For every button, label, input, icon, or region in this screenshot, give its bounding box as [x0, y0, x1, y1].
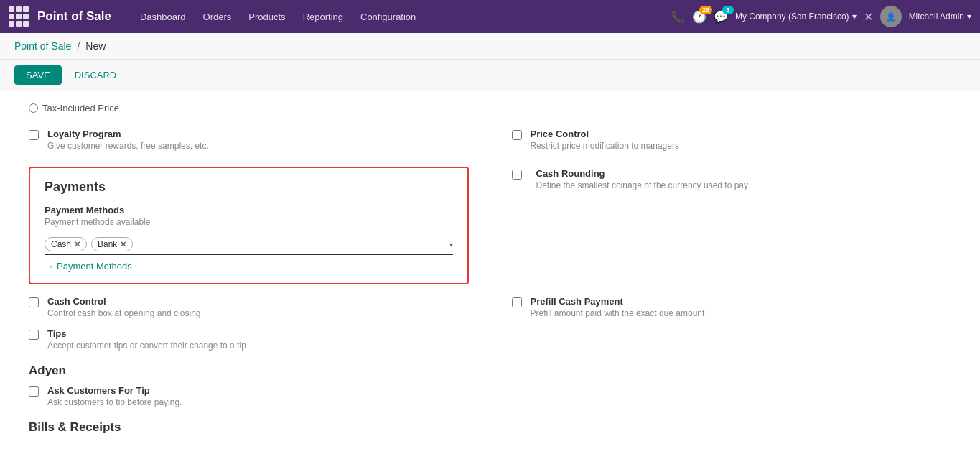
clock-badge: 28 — [699, 6, 712, 14]
user-chevron-icon: ▾ — [967, 11, 971, 22]
prefill-cash-desc: Prefill amount paid with the exact due a… — [531, 308, 705, 318]
payment-methods-label: Payment Methods — [45, 205, 453, 216]
avatar-initials: 👤 — [886, 12, 896, 22]
price-control-label: Price Control — [531, 129, 679, 139]
tag-cash: Cash ✕ — [45, 237, 87, 251]
cash-control-checkbox-wrap — [29, 297, 39, 310]
cash-rounding-row: Cash Rounding Define the smallest coinag… — [512, 168, 952, 190]
payments-cashrounding-row: Payments Payment Methods Payment methods… — [29, 161, 951, 296]
save-button[interactable]: SAVE — [14, 65, 62, 85]
ask-tip-desc: Ask customers to tip before paying. — [47, 397, 182, 407]
company-name: My Company (San Francisco) — [735, 11, 849, 22]
form-body: Tax-Included Price Loyalty Program Give … — [0, 91, 980, 449]
tax-included-radio[interactable] — [29, 103, 38, 113]
loyalty-program-text: Loyalty Program Give customer rewards, f… — [47, 129, 209, 151]
user-menu[interactable]: Mitchell Admin ▾ — [909, 11, 971, 22]
content-area: Tax-Included Price Loyalty Program Give … — [0, 91, 980, 449]
adyen-heading: Adyen — [29, 364, 951, 378]
user-name: Mitchell Admin — [909, 11, 964, 22]
prefill-cash-checkbox-wrap — [512, 297, 522, 310]
discard-button[interactable]: DISCARD — [67, 65, 124, 85]
tax-included-label: Tax-Included Price — [42, 103, 119, 114]
phone-icon: 📞 — [671, 10, 685, 24]
messages-icon-btn[interactable]: 💬 3 — [714, 10, 728, 24]
page-wrapper: Point of Sale Dashboard Orders Products … — [0, 0, 980, 449]
app-brand: Point of Sale — [37, 9, 111, 24]
payments-section: Payments Payment Methods Payment methods… — [29, 167, 469, 284]
cash-rounding-checkbox[interactable] — [512, 170, 522, 180]
breadcrumb-parent[interactable]: Point of Sale — [14, 40, 71, 52]
ask-tip-checkbox-wrap — [29, 386, 39, 399]
tips-desc: Accept customer tips or convert their ch… — [47, 341, 246, 351]
cash-rounding-col: Cash Rounding Define the smallest coinag… — [483, 161, 952, 200]
cash-control-desc: Control cash box at opening and closing — [47, 308, 200, 318]
loyalty-program-desc: Give customer rewards, free samples, etc… — [47, 141, 209, 151]
prefill-cash-text: Prefill Cash Payment Prefill amount paid… — [531, 296, 705, 318]
payments-title: Payments — [45, 180, 453, 195]
nav-orders[interactable]: Orders — [196, 7, 239, 27]
tag-bank-label: Bank — [98, 239, 117, 249]
nav-dashboard[interactable]: Dashboard — [133, 7, 193, 27]
breadcrumb-separator: / — [77, 40, 80, 52]
navbar-right: 📞 🕐 28 💬 3 My Company (San Francisco) ▾ … — [671, 6, 971, 27]
payment-methods-tags-input[interactable]: Cash ✕ Bank ✕ ▾ — [45, 234, 453, 255]
nav-configuration[interactable]: Configuration — [353, 7, 423, 27]
payment-methods-link-label: Payment Methods — [57, 261, 132, 272]
loyalty-program-checkbox[interactable] — [29, 130, 39, 140]
cash-control-checkbox[interactable] — [29, 297, 39, 307]
ask-tip-checkbox[interactable] — [29, 386, 39, 397]
breadcrumb-current: New — [85, 40, 106, 52]
cash-control-prefill-row: Cash Control Control cash box at opening… — [29, 296, 951, 318]
tags-dropdown-icon[interactable]: ▾ — [449, 241, 453, 249]
navbar: Point of Sale Dashboard Orders Products … — [0, 0, 980, 33]
tips-row: Tips Accept customer tips or convert the… — [29, 328, 951, 351]
loyalty-price-row: Loyalty Program Give customer rewards, f… — [29, 129, 951, 151]
cash-rounding-checkbox-wrap — [512, 170, 522, 182]
loyalty-program-col: Loyalty Program Give customer rewards, f… — [29, 129, 469, 151]
cash-control-col: Cash Control Control cash box at opening… — [29, 296, 469, 318]
price-control-checkbox-wrap — [512, 130, 522, 142]
loyalty-checkbox-wrap — [29, 130, 39, 142]
payment-methods-group: Payment Methods Payment methods availabl… — [45, 205, 453, 272]
navbar-menu: Dashboard Orders Products Reporting Conf… — [133, 7, 671, 27]
phone-icon-btn[interactable]: 📞 — [671, 10, 685, 24]
price-control-desc: Restrict price modification to managers — [531, 141, 679, 151]
price-control-text: Price Control Restrict price modificatio… — [531, 129, 679, 151]
cash-rounding-desc: Define the smallest coinage of the curre… — [536, 180, 749, 190]
tag-bank: Bank ✕ — [91, 237, 133, 251]
ask-tip-row: Ask Customers For Tip Ask customers to t… — [29, 385, 951, 407]
cash-rounding-label: Cash Rounding — [536, 168, 749, 179]
tips-label: Tips — [47, 328, 246, 339]
arrow-right-icon: → — [45, 261, 54, 272]
tag-bank-remove[interactable]: ✕ — [120, 240, 126, 249]
tips-text: Tips Accept customer tips or convert the… — [47, 328, 246, 351]
messages-badge: 3 — [722, 6, 734, 14]
clock-icon-btn[interactable]: 🕐 28 — [692, 10, 706, 24]
chevron-down-icon: ▾ — [852, 11, 857, 22]
tag-cash-label: Cash — [51, 239, 71, 249]
nav-products[interactable]: Products — [241, 7, 292, 27]
breadcrumb: Point of Sale / New — [0, 33, 980, 60]
ask-tip-text: Ask Customers For Tip Ask customers to t… — [47, 385, 182, 407]
bills-receipts-heading: Bills & Receipts — [29, 420, 951, 435]
prefill-cash-col: Prefill Cash Payment Prefill amount paid… — [483, 296, 952, 318]
cash-rounding-text: Cash Rounding Define the smallest coinag… — [536, 168, 749, 190]
tag-cash-remove[interactable]: ✕ — [74, 240, 80, 249]
company-selector[interactable]: My Company (San Francisco) ▾ — [735, 11, 857, 22]
close-icon[interactable]: ✕ — [864, 10, 873, 24]
payments-box-col: Payments Payment Methods Payment methods… — [29, 161, 469, 296]
tips-checkbox[interactable] — [29, 330, 39, 340]
prefill-cash-label: Prefill Cash Payment — [531, 296, 705, 307]
price-control-checkbox[interactable] — [512, 130, 522, 140]
cash-control-label: Cash Control — [47, 296, 200, 307]
loyalty-program-label: Loyalty Program — [47, 129, 209, 139]
payment-methods-link[interactable]: → Payment Methods — [45, 261, 453, 272]
prefill-cash-checkbox[interactable] — [512, 297, 522, 307]
cash-control-text: Cash Control Control cash box at opening… — [47, 296, 200, 318]
price-control-col: Price Control Restrict price modificatio… — [483, 129, 952, 151]
nav-reporting[interactable]: Reporting — [296, 7, 350, 27]
tax-included-radio-row: Tax-Included Price — [29, 103, 951, 114]
user-avatar[interactable]: 👤 — [880, 6, 902, 27]
ask-tip-col: Ask Customers For Tip Ask customers to t… — [29, 385, 469, 407]
grid-menu-icon[interactable] — [9, 6, 29, 27]
